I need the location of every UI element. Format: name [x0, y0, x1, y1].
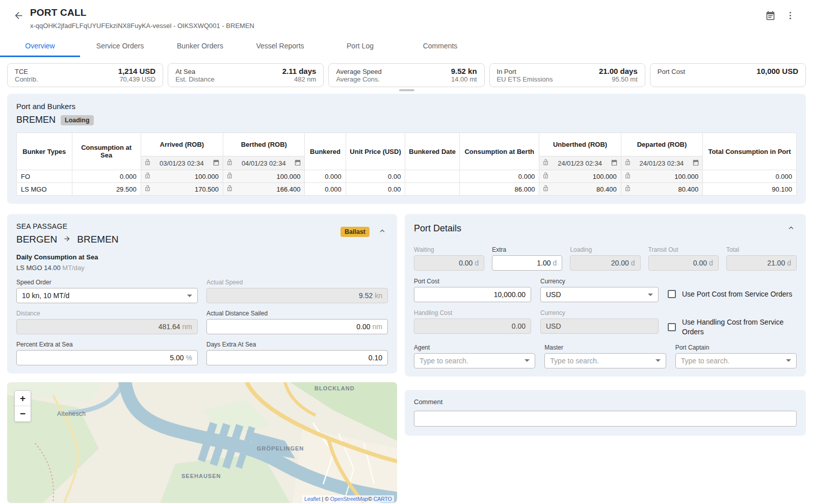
tab-bunker-orders[interactable]: Bunker Orders — [160, 37, 240, 57]
port-details-panel: Port Details Waiting 0.00d Extra 1.00d — [405, 214, 806, 377]
route-from: BERGEN — [16, 234, 57, 245]
berthed-rob-cell: 100.000 — [223, 170, 305, 183]
departed-date-cell: 24/01/23 02:34 — [621, 156, 702, 170]
tab-bar: Overview Service Orders Bunker Orders Ve… — [0, 37, 813, 57]
master-label: Master — [544, 344, 666, 351]
speed-order-select[interactable]: 10 kn, 10 MT/d — [16, 288, 198, 303]
back-arrow-icon[interactable] — [13, 10, 24, 22]
tab-comments[interactable]: Comments — [400, 37, 480, 57]
lock-icon[interactable] — [624, 185, 631, 193]
arrived-date-cell: 03/01/23 02:34 — [141, 156, 223, 170]
panel-drag-handle[interactable] — [399, 89, 414, 91]
unit-price-cell[interactable]: 0.00 — [346, 170, 405, 183]
sea-passage-title: SEA PASSAGE — [16, 222, 119, 230]
consumption-at-sea-cell[interactable]: 29.500 — [72, 183, 141, 196]
col-consumption-at-berth: Consumption at Berth — [460, 133, 539, 170]
bunkered-date-value-cell[interactable] — [405, 170, 460, 183]
datepicker-icon[interactable] — [294, 159, 301, 168]
lock-icon[interactable] — [542, 172, 549, 180]
kpi-sublabel: EU ETS Emissions — [497, 75, 553, 83]
unit-price-cell[interactable]: 0.00 — [346, 183, 405, 196]
tab-vessel-reports[interactable]: Vessel Reports — [240, 37, 320, 57]
use-port-cost-checkbox[interactable] — [668, 290, 676, 298]
collapse-chevron-icon[interactable] — [377, 225, 388, 238]
comment-input[interactable] — [414, 411, 797, 427]
bunkered-cell[interactable]: 0.000 — [305, 170, 346, 183]
consumption-at-berth-cell[interactable]: 0.000 — [460, 170, 539, 183]
zoom-in-button[interactable]: + — [15, 391, 31, 406]
map-label-gropelingen: GRÖPELINGEN — [257, 445, 304, 452]
comment-panel: Comment — [405, 390, 806, 436]
col-bunkered-date: Bunkered Date — [405, 133, 460, 170]
port-captain-select[interactable]: Type to search. — [675, 353, 797, 368]
waiting-label: Waiting — [414, 246, 484, 253]
openstreetmap-link[interactable]: OpenStreetMap — [330, 496, 368, 502]
bunkers-table: Bunker Types Consumption at Sea Arrived … — [16, 132, 797, 196]
use-port-cost-label: Use Port Cost from Service Orders — [682, 289, 792, 299]
lock-icon[interactable] — [226, 185, 233, 193]
tab-service-orders[interactable]: Service Orders — [80, 37, 160, 57]
consumption-at-sea-cell[interactable]: 0.000 — [72, 170, 141, 183]
col-berthed-rob: Berthed (ROB) — [223, 133, 305, 156]
consumption-at-berth-cell[interactable]: 86.000 — [460, 183, 539, 196]
transit-out-label: Transit Out — [648, 246, 719, 253]
calendar-icon[interactable] — [765, 10, 776, 22]
kpi-sublabel: Est. Distance — [175, 75, 215, 83]
use-handling-cost-checkbox[interactable] — [668, 323, 676, 331]
map[interactable]: BLOCKLAND Altenesch GRÖPELINGEN SEEHAUSE… — [7, 382, 397, 503]
lock-icon[interactable] — [226, 159, 233, 167]
berthed-datetime[interactable]: 04/01/23 02:34 — [242, 160, 286, 167]
loading-label: Loading — [570, 246, 640, 253]
lock-icon[interactable] — [624, 172, 631, 180]
lock-icon[interactable] — [144, 172, 151, 180]
lock-icon[interactable] — [144, 159, 151, 167]
master-select[interactable]: Type to search. — [544, 353, 666, 368]
arrived-datetime[interactable]: 03/01/23 02:34 — [160, 160, 204, 167]
port-cost-currency-select[interactable]: USD — [540, 287, 659, 302]
bunker-type: FO — [17, 170, 72, 183]
kpi-sublabel: Average Cons. — [336, 75, 380, 83]
actual-distance-input[interactable]: 0.00nm — [206, 319, 388, 334]
daily-consumption-label: Daily Consumption at Sea — [16, 253, 388, 261]
zoom-out-button[interactable]: − — [15, 406, 31, 421]
table-row-fo: FO 0.000 100.000 100.000 0.000 0.00 0.00… — [17, 170, 797, 183]
collapse-chevron-icon[interactable] — [785, 222, 797, 235]
map-label-seehausen: SEEHAUSEN — [181, 473, 221, 479]
lock-icon[interactable] — [542, 185, 549, 193]
port-cost-input[interactable]: 10,000.00 — [414, 287, 531, 302]
tab-overview[interactable]: Overview — [0, 37, 80, 57]
bunkered-date-value-cell[interactable] — [405, 183, 460, 196]
route-arrow-icon — [62, 235, 72, 245]
tab-port-log[interactable]: Port Log — [320, 37, 400, 57]
carto-link[interactable]: CARTO — [374, 496, 392, 502]
unberthed-rob-cell: 80.400 — [539, 183, 621, 196]
agent-select[interactable]: Type to search. — [414, 353, 535, 368]
lock-icon[interactable] — [226, 172, 233, 180]
page-title: PORT CALL — [30, 7, 765, 18]
col-total-consumption: Total Consumption in Port — [703, 133, 797, 170]
actual-distance-label: Actual Distance Sailed — [206, 310, 388, 317]
lock-icon[interactable] — [624, 159, 631, 167]
extra-input[interactable]: 1.00d — [492, 255, 562, 271]
page-subtitle: x-qqOHK2jfadFLFqUYUFEkziNX8FuyKA-vessel … — [30, 22, 765, 30]
percent-extra-input[interactable]: 5.00% — [16, 350, 198, 365]
datepicker-icon[interactable] — [692, 159, 699, 168]
kebab-menu-icon[interactable] — [785, 10, 796, 22]
use-handling-cost-label: Use Handling Cost from Service Orders — [682, 317, 797, 337]
leaflet-link[interactable]: Leaflet — [304, 496, 321, 502]
sea-passage-panel: SEA PASSAGE BERGEN BREMEN Ballast — [7, 214, 397, 374]
lock-icon[interactable] — [542, 159, 549, 167]
days-extra-input[interactable]: 0.10 — [206, 350, 388, 365]
map-canvas[interactable]: BLOCKLAND Altenesch GRÖPELINGEN SEEHAUSE… — [7, 382, 397, 503]
datepicker-icon[interactable] — [213, 159, 220, 168]
kpi-subvalue: 482 nm — [294, 75, 316, 83]
departed-datetime[interactable]: 24/01/23 02:34 — [640, 160, 684, 167]
datepicker-icon[interactable] — [611, 159, 618, 168]
bunker-type: LS MGO — [17, 183, 72, 196]
actual-speed-input: 9.52kn — [206, 288, 388, 303]
unberthed-datetime[interactable]: 24/01/23 02:34 — [558, 160, 602, 167]
handling-cost-label: Handling Cost — [414, 309, 531, 316]
bunkered-cell[interactable]: 0.000 — [305, 183, 346, 196]
lock-icon[interactable] — [144, 185, 151, 193]
departed-rob-cell: 100.000 — [621, 170, 702, 183]
